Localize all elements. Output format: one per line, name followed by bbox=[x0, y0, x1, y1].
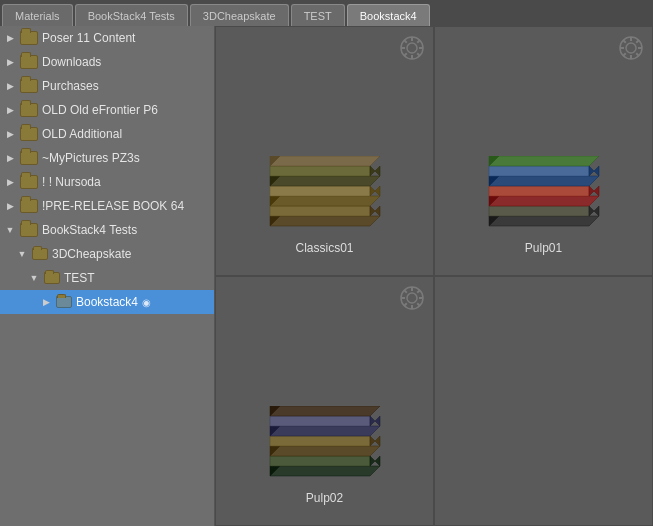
svg-rect-16 bbox=[270, 186, 370, 196]
sidebar-item-purchases[interactable]: Purchases bbox=[0, 74, 214, 98]
svg-line-58 bbox=[404, 303, 407, 306]
svg-line-33 bbox=[636, 40, 639, 43]
svg-marker-13 bbox=[370, 206, 380, 216]
book-image-pulp01 bbox=[484, 156, 604, 241]
item-options-icon-classics01[interactable] bbox=[399, 35, 425, 61]
tab-bookstack4[interactable]: Bookstack4 bbox=[347, 4, 430, 26]
svg-marker-43 bbox=[489, 176, 599, 186]
item-options-icon-pulp02[interactable] bbox=[399, 285, 425, 311]
svg-rect-65 bbox=[270, 436, 370, 446]
arrow-bookstack4 bbox=[40, 296, 52, 308]
content-item-classics01[interactable]: Classics01 bbox=[215, 26, 434, 276]
svg-line-32 bbox=[636, 53, 639, 56]
svg-marker-47 bbox=[489, 156, 599, 166]
arrow-purchases bbox=[4, 80, 16, 92]
svg-rect-37 bbox=[489, 206, 589, 216]
content-area: Classics01 bbox=[215, 26, 653, 526]
svg-rect-20 bbox=[270, 166, 370, 176]
sidebar-item-3dcheapskate[interactable]: 3DCheapskate bbox=[0, 242, 214, 266]
folder-icon-old-additional bbox=[20, 127, 38, 141]
main-area: Poser 11 Content Downloads Purchases OLD… bbox=[0, 26, 653, 526]
svg-line-9 bbox=[404, 53, 407, 56]
svg-rect-12 bbox=[270, 206, 370, 216]
svg-marker-42 bbox=[589, 186, 599, 196]
svg-line-31 bbox=[623, 40, 626, 43]
arrow-test bbox=[28, 272, 40, 284]
item-options-icon-pulp01[interactable] bbox=[618, 35, 644, 61]
tab-materials[interactable]: Materials bbox=[2, 4, 73, 26]
arrow-old-additional bbox=[4, 128, 16, 140]
svg-line-7 bbox=[417, 53, 420, 56]
sidebar-item-downloads[interactable]: Downloads bbox=[0, 50, 214, 74]
svg-rect-61 bbox=[270, 456, 370, 466]
arrow-old-efrontier bbox=[4, 104, 16, 116]
folder-icon-old-efrontier bbox=[20, 103, 38, 117]
svg-marker-70 bbox=[370, 416, 380, 426]
arrow-downloads bbox=[4, 56, 16, 68]
svg-marker-59 bbox=[270, 466, 380, 476]
folder-icon-bookstack4 bbox=[56, 296, 72, 308]
svg-marker-18 bbox=[270, 176, 380, 186]
folder-icon-mypictures bbox=[20, 151, 38, 165]
sidebar-item-old-efrontier[interactable]: OLD Old eFrontier P6 bbox=[0, 98, 214, 122]
sidebar-item-nursoda[interactable]: ! ! Nursoda bbox=[0, 170, 214, 194]
content-item-pulp02[interactable]: Pulp02 bbox=[215, 276, 434, 526]
item-label-pulp01: Pulp01 bbox=[525, 241, 562, 255]
tab-bookstack4tests[interactable]: BookStack4 Tests bbox=[75, 4, 188, 26]
sidebar[interactable]: Poser 11 Content Downloads Purchases OLD… bbox=[0, 26, 215, 526]
sidebar-item-mypictures[interactable]: ~MyPictures PZ3s bbox=[0, 146, 214, 170]
bookstack4-badge: ◉ bbox=[142, 297, 151, 308]
svg-marker-39 bbox=[489, 196, 599, 206]
svg-marker-46 bbox=[589, 166, 599, 176]
tab-test[interactable]: TEST bbox=[291, 4, 345, 26]
svg-marker-66 bbox=[370, 436, 380, 446]
content-item-pulp01[interactable]: Pulp01 bbox=[434, 26, 653, 276]
svg-point-26 bbox=[626, 43, 636, 53]
arrow-mypictures bbox=[4, 152, 16, 164]
svg-marker-21 bbox=[370, 166, 380, 176]
svg-marker-62 bbox=[370, 456, 380, 466]
svg-line-57 bbox=[417, 290, 420, 293]
svg-point-50 bbox=[407, 293, 417, 303]
folder-icon-poser11 bbox=[20, 31, 38, 45]
svg-marker-38 bbox=[589, 206, 599, 216]
tab-3dcheapskate[interactable]: 3DCheapskate bbox=[190, 4, 289, 26]
book-image-classics01 bbox=[265, 156, 385, 241]
sidebar-item-test[interactable]: TEST bbox=[0, 266, 214, 290]
folder-icon-3dcheapskate bbox=[32, 248, 48, 260]
svg-rect-41 bbox=[489, 186, 589, 196]
arrow-nursoda bbox=[4, 176, 16, 188]
arrow-prerelease bbox=[4, 200, 16, 212]
svg-marker-35 bbox=[489, 216, 599, 226]
arrow-poser11 bbox=[4, 32, 16, 44]
svg-line-55 bbox=[404, 290, 407, 293]
content-item-empty bbox=[434, 276, 653, 526]
folder-icon-test bbox=[44, 272, 60, 284]
sidebar-item-old-additional[interactable]: OLD Additional bbox=[0, 122, 214, 146]
folder-icon-purchases bbox=[20, 79, 38, 93]
arrow-bookstack4tests bbox=[4, 224, 16, 236]
svg-line-34 bbox=[623, 53, 626, 56]
book-image-pulp02 bbox=[265, 406, 385, 491]
svg-marker-14 bbox=[270, 196, 380, 206]
sidebar-item-bookstack4[interactable]: Bookstack4 ◉ bbox=[0, 290, 214, 314]
svg-point-1 bbox=[407, 43, 417, 53]
sidebar-item-prerelease[interactable]: !PRE-RELEASE BOOK 64 bbox=[0, 194, 214, 218]
tab-bar: Materials BookStack4 Tests 3DCheapskate … bbox=[0, 0, 653, 26]
folder-icon-nursoda bbox=[20, 175, 38, 189]
item-label-pulp02: Pulp02 bbox=[306, 491, 343, 505]
arrow-3dcheapskate bbox=[16, 248, 28, 260]
folder-icon-prerelease bbox=[20, 199, 38, 213]
svg-rect-45 bbox=[489, 166, 589, 176]
svg-marker-10 bbox=[270, 216, 380, 226]
svg-marker-67 bbox=[270, 426, 380, 436]
svg-rect-69 bbox=[270, 416, 370, 426]
svg-marker-22 bbox=[270, 156, 380, 166]
svg-marker-63 bbox=[270, 446, 380, 456]
sidebar-item-bookstack4tests[interactable]: BookStack4 Tests bbox=[0, 218, 214, 242]
folder-icon-bookstack4tests bbox=[20, 223, 38, 237]
sidebar-item-poser11[interactable]: Poser 11 Content bbox=[0, 26, 214, 50]
svg-line-6 bbox=[404, 40, 407, 43]
folder-icon-downloads bbox=[20, 55, 38, 69]
svg-line-8 bbox=[417, 40, 420, 43]
